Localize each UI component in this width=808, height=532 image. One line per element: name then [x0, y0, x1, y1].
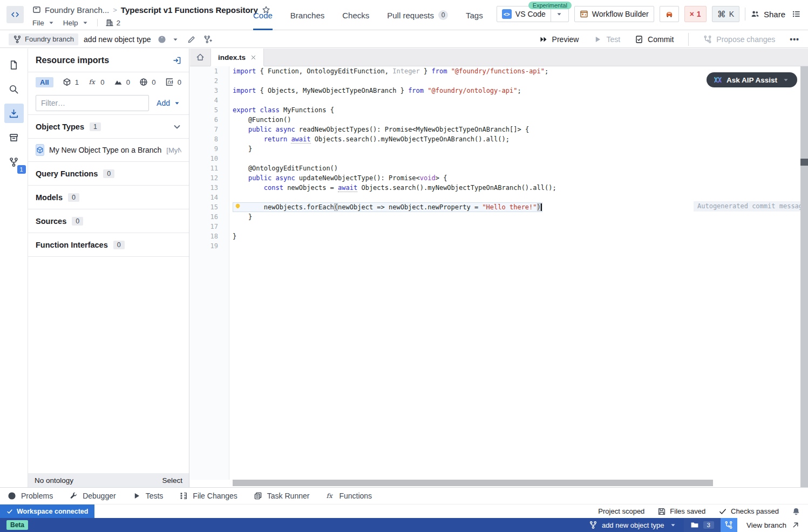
- code-line-9[interactable]: }: [233, 144, 800, 154]
- code-line-10[interactable]: [233, 154, 800, 163]
- branch-add-icon[interactable]: [203, 35, 212, 44]
- code-line-11[interactable]: @OntologyEditFunction(): [233, 163, 800, 173]
- editor-tab-index-ts[interactable]: index.ts: [211, 49, 264, 66]
- command-palette-button[interactable]: ⌘ K: [712, 6, 739, 22]
- diff-icon: [179, 492, 188, 500]
- packages-rail-button[interactable]: [4, 128, 24, 147]
- errors-button[interactable]: × 1: [684, 6, 707, 22]
- code-line-8[interactable]: return await Objects.search().myNewObjec…: [233, 134, 800, 144]
- more-options-button[interactable]: •••: [790, 35, 799, 44]
- code-line-15[interactable]: newObjects.forEach(newObject => newObjec…: [233, 202, 542, 212]
- panel-tab-problems[interactable]: Problems: [8, 492, 53, 500]
- branches-rail-button[interactable]: 1: [4, 152, 24, 172]
- panel-tab-functions[interactable]: fxFunctions: [325, 492, 372, 500]
- filter-web[interactable]: 0: [139, 78, 155, 86]
- ontology-select-button[interactable]: Select: [162, 476, 182, 485]
- object-type-item[interactable]: My New Object Type on a Branch[MyN…]: [28, 139, 189, 162]
- scrollbar-thumb[interactable]: [800, 159, 808, 166]
- code-line-12[interactable]: public async updateNewObjectType(): Prom…: [233, 173, 800, 183]
- code-content[interactable]: import { Function, OntologyEditFunction,…: [230, 66, 800, 480]
- chevron-down-icon[interactable]: [173, 122, 181, 131]
- tab-label: Pull requests: [387, 11, 434, 20]
- tab-checks[interactable]: Checks: [342, 0, 369, 30]
- foundry-branch-chip[interactable]: Foundry branch: [9, 33, 78, 45]
- current-branch-name[interactable]: add new object type: [84, 35, 151, 44]
- test-button[interactable]: Test: [593, 35, 620, 44]
- code-line-7[interactable]: public async readNewObjectTypes(): Promi…: [233, 125, 800, 134]
- filter-functions[interactable]: fx0: [88, 78, 104, 86]
- file-menu[interactable]: File: [32, 18, 56, 27]
- filter-all[interactable]: All: [36, 77, 53, 87]
- panel-tab-file-changes[interactable]: File Changes: [179, 492, 237, 500]
- pencil-icon[interactable]: [187, 35, 196, 44]
- home-button[interactable]: [190, 49, 211, 66]
- vscode-button[interactable]: <> VS Code Experimental: [497, 6, 569, 22]
- propose-changes-button[interactable]: Propose changes: [703, 35, 775, 44]
- play-icon: [593, 35, 602, 44]
- shortcut-key: K: [729, 10, 734, 18]
- view-branch-label: View branch: [746, 521, 786, 529]
- panel-tab-label: Tests: [146, 492, 164, 500]
- org-indicator[interactable]: 2: [105, 18, 121, 27]
- close-icon[interactable]: [250, 54, 256, 60]
- panel-tab-debugger[interactable]: Debugger: [69, 492, 116, 500]
- share-button[interactable]: Share: [751, 10, 785, 19]
- section-sources[interactable]: Sources0: [28, 209, 189, 233]
- filter-function-interfaces[interactable]: fx0: [165, 78, 181, 86]
- panel-tab-tests[interactable]: Tests: [132, 492, 164, 500]
- code-line-17[interactable]: [233, 222, 800, 231]
- code-icon: [11, 10, 19, 19]
- bell-icon[interactable]: [792, 507, 800, 516]
- filter-object-types[interactable]: 1: [63, 78, 79, 86]
- globe-icon: [139, 78, 148, 86]
- section-query-functions[interactable]: Query Functions0: [28, 162, 189, 186]
- horizontal-scrollbar[interactable]: [233, 480, 713, 486]
- section-object-types[interactable]: Object Types1: [28, 115, 189, 139]
- tab-branches[interactable]: Branches: [290, 0, 324, 30]
- panel-tab-task-runner[interactable]: Task Runner: [254, 492, 310, 500]
- changed-files-indicator[interactable]: 3: [684, 518, 721, 532]
- caret-down-icon[interactable]: [171, 35, 180, 44]
- code-line-19[interactable]: [233, 241, 800, 251]
- code-line-4[interactable]: [233, 96, 800, 105]
- commit-button[interactable]: Commit: [635, 35, 674, 44]
- resource-imports-rail-button[interactable]: [4, 104, 24, 123]
- filter-input[interactable]: [36, 95, 149, 111]
- section-models[interactable]: Models0: [28, 186, 189, 209]
- tab-pull-requests[interactable]: Pull requests0: [387, 0, 448, 30]
- workspace-status-chip[interactable]: Workspace connected: [0, 504, 94, 519]
- code-line-13[interactable]: const newObjects = await Objects.search(…: [233, 183, 800, 193]
- info-icon[interactable]: [158, 35, 166, 44]
- car-button[interactable]: [660, 6, 679, 22]
- add-resource-button[interactable]: Add: [157, 99, 181, 107]
- preview-button[interactable]: Preview: [539, 35, 579, 44]
- workflow-builder-button[interactable]: Workflow Builder: [574, 6, 654, 22]
- top-header: Foundry Branch... > Typescript v1 Functi…: [0, 0, 808, 30]
- panel-tab-label: Functions: [339, 492, 372, 500]
- filter-models[interactable]: 0: [114, 78, 130, 86]
- file-menu-label: File: [32, 19, 44, 27]
- code-line-16[interactable]: }: [233, 212, 800, 222]
- line-number: 12: [190, 173, 218, 183]
- code-line-18[interactable]: }: [233, 231, 800, 241]
- org-count: 2: [117, 19, 121, 27]
- section-function-interfaces[interactable]: Function Interfaces0: [28, 233, 189, 257]
- tab-tags[interactable]: Tags: [466, 0, 483, 30]
- view-branch-button[interactable]: View branch: [737, 518, 808, 532]
- code-line-5[interactable]: export class MyFunctions {: [233, 105, 800, 115]
- search-rail-button[interactable]: [4, 79, 24, 99]
- ask-aip-assist-button[interactable]: Ask AIP Assist: [707, 72, 797, 87]
- detail-list-icon[interactable]: [791, 10, 802, 18]
- repository-app-icon[interactable]: [6, 6, 24, 23]
- caret-down-icon[interactable]: [555, 10, 563, 18]
- import-resource-icon[interactable]: [173, 56, 181, 65]
- tab-code[interactable]: Code: [253, 0, 273, 30]
- files-rail-button[interactable]: [4, 55, 24, 74]
- branch-selector[interactable]: add new object type: [582, 518, 684, 532]
- breadcrumb-parent[interactable]: Foundry Branch...: [45, 5, 109, 15]
- propose-changes-tile[interactable]: [721, 518, 737, 532]
- lightbulb-icon[interactable]: [234, 203, 242, 211]
- overview-ruler[interactable]: [800, 66, 808, 487]
- code-line-6[interactable]: @Function(): [233, 115, 800, 125]
- help-menu[interactable]: Help: [63, 18, 90, 27]
